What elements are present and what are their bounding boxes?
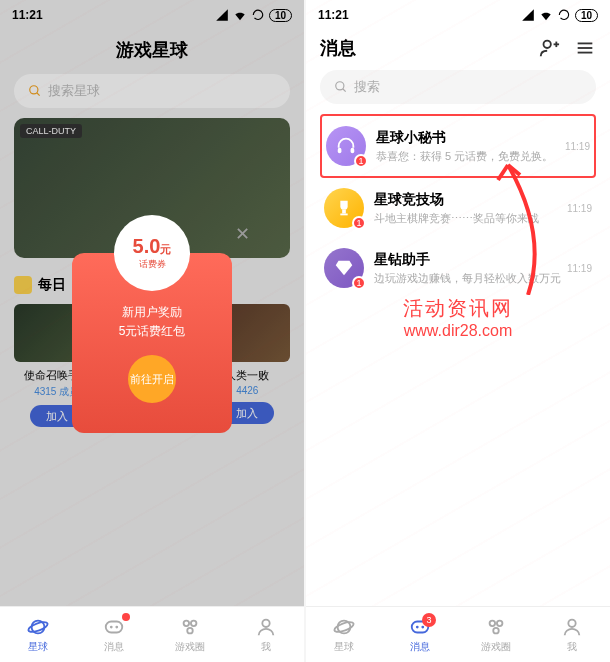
nav-circle[interactable]: 游戏圈 [458,607,534,662]
svg-point-17 [336,82,344,90]
nav-label: 游戏圈 [175,640,205,654]
menu-icon[interactable] [574,37,596,59]
circle-icon [179,616,201,638]
popup-line1: 新用户奖励 [88,303,216,322]
svg-point-7 [184,620,190,626]
msg-badge: 1 [354,154,368,168]
nav-me[interactable]: 我 [534,607,610,662]
svg-point-28 [490,620,496,626]
svg-point-3 [27,620,48,634]
user-icon [561,616,583,638]
svg-rect-21 [342,210,346,214]
msg-title: 星球小秘书 [376,129,565,147]
nav-label: 我 [261,640,271,654]
header-title: 消息 [320,36,356,60]
svg-rect-22 [340,214,347,216]
svg-point-30 [493,627,499,633]
watermark-text: 活动资讯网 www.dir28.com [403,295,513,340]
msg-time: 11:19 [567,203,592,214]
header-actions [538,37,596,59]
status-time: 11:21 [318,8,349,22]
search-icon [334,80,348,94]
message-icon: 1 [324,248,364,288]
popup-open-button[interactable]: 前往开启 [128,355,176,403]
status-bar: 11:21 10 [306,0,610,30]
nav-circle[interactable]: 游戏圈 [152,607,228,662]
signal-icon [521,8,535,22]
msg-badge: 1 [352,276,366,290]
nav-label: 星球 [28,640,48,654]
reward-popup: ✕ 5.0元 话费券 新用户奖励 5元话费红包 前往开启 [72,215,232,433]
trophy-icon [333,197,355,219]
nav-label: 星球 [334,640,354,654]
svg-point-8 [191,620,197,626]
nav-planet[interactable]: 星球 [306,607,382,662]
message-list: 1 星球小秘书 恭喜您：获得 5 元话费，免费兑换。 11:19 1 星球竞技场… [306,114,610,298]
popup-circle: 5.0元 话费券 [114,215,190,291]
planet-icon [333,616,355,638]
nav-label: 消息 [410,640,430,654]
popup-amount: 5.0元 [133,235,172,258]
nav-message[interactable]: 消息 [76,607,152,662]
nav-message[interactable]: 3 消息 [382,607,458,662]
search-placeholder: 搜索 [354,78,380,96]
bottom-nav: 星球 消息 游戏圈 我 [0,606,304,662]
svg-point-26 [416,625,419,628]
svg-point-5 [110,625,113,628]
search-bar[interactable]: 搜索 [320,70,596,104]
popup-label: 话费券 [139,258,166,271]
svg-point-24 [333,620,354,634]
bottom-nav: 星球 3 消息 游戏圈 我 [306,606,610,662]
header: 消息 [306,30,610,70]
message-icon: 1 [326,126,366,166]
left-screenshot: 11:21 10 游戏星球 搜索星球 CALL-DUTY 使 每日 使命召唤手游… [0,0,304,662]
diamond-icon [333,257,355,279]
watermark-line1: 活动资讯网 [403,295,513,322]
svg-point-11 [544,41,551,48]
nav-badge: 3 [422,613,436,627]
planet-icon [27,616,49,638]
battery: 10 [575,9,598,22]
popup-line2: 5元话费红包 [88,322,216,341]
svg-rect-19 [338,148,342,154]
refresh-icon [557,8,571,22]
status-icons: 10 [521,8,598,22]
nav-label: 消息 [104,640,124,654]
svg-point-6 [115,625,118,628]
message-icon: 1 [324,188,364,228]
nav-me[interactable]: 我 [228,607,304,662]
annotation-arrow [488,155,558,295]
headphone-icon [335,135,357,157]
add-friend-icon[interactable] [538,37,560,59]
svg-point-9 [187,627,193,633]
svg-point-27 [421,625,424,628]
svg-rect-20 [351,148,355,154]
msg-badge: 1 [352,216,366,230]
svg-rect-4 [106,621,123,632]
watermark-line2: www.dir28.com [403,322,513,340]
svg-point-31 [568,619,575,626]
msg-time: 11:19 [567,263,592,274]
nav-badge [122,613,130,621]
close-icon[interactable]: ✕ [235,223,250,245]
svg-point-29 [497,620,503,626]
nav-label: 游戏圈 [481,640,511,654]
circle-icon [485,616,507,638]
nav-label: 我 [567,640,577,654]
right-screenshot: 11:21 10 消息 搜索 1 星球小秘书 恭喜您：获得 5 元话费，免费兑换 [306,0,610,662]
svg-line-18 [343,89,346,92]
wifi-icon [539,8,553,22]
user-icon [255,616,277,638]
nav-planet[interactable]: 星球 [0,607,76,662]
msg-time: 11:19 [565,141,590,152]
svg-point-10 [262,619,269,626]
